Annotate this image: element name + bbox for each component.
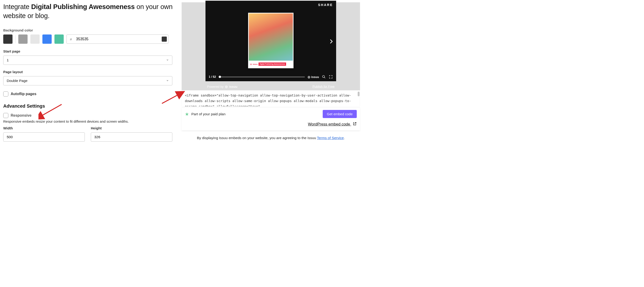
layout-label: Page layout: [3, 70, 177, 74]
cover-brand-icon: ◎: [250, 63, 252, 65]
zoom-icon[interactable]: [322, 75, 326, 79]
height-input-wrap[interactable]: [91, 132, 172, 142]
swatch-green[interactable]: [54, 34, 64, 44]
publish-free-link[interactable]: Publish for Free: [312, 85, 334, 88]
responsive-hint: Responsive embeds resize your content to…: [3, 119, 177, 123]
responsive-row: Responsive: [3, 113, 177, 118]
page-root: Integrate Digital Publishing Awesomeness…: [0, 0, 362, 149]
height-col: Height: [91, 126, 172, 142]
layout-select[interactable]: Double Page: [3, 76, 172, 85]
autoflip-label: Autoflip pages: [11, 92, 36, 96]
plan-badge: ★ Part of your paid plan: [185, 111, 226, 117]
brand-ring-icon: ◎: [308, 75, 310, 79]
embed-code-panel: ★ Part of your paid plan Get embed code …: [182, 90, 360, 130]
advanced-heading: Advanced Settings: [3, 103, 177, 109]
autoflip-checkbox[interactable]: [3, 91, 8, 96]
scrollbar-thumb[interactable]: [358, 92, 360, 96]
player-controls: 1 / 52 ◎ issuu: [206, 75, 336, 79]
plan-row: ★ Part of your paid plan Get embed code: [185, 110, 357, 118]
hex-preview-swatch: [162, 36, 167, 42]
autoflip-row: Autoflip pages: [3, 91, 177, 96]
plan-text: Part of your paid plan: [191, 112, 226, 116]
swatch-gray[interactable]: [18, 34, 28, 44]
wp-row: WordPress embed code: [185, 122, 357, 127]
tos-suffix: .: [344, 136, 345, 140]
swatch-divider: [15, 35, 16, 43]
external-link-icon: [352, 122, 357, 127]
next-page-arrow-icon[interactable]: [328, 38, 334, 44]
swatch-row: #: [3, 34, 177, 44]
width-input-wrap[interactable]: [3, 132, 85, 142]
embed-code-textarea[interactable]: [182, 90, 360, 106]
code-footer: ★ Part of your paid plan Get embed code …: [182, 107, 360, 130]
start-page-label: Start page: [3, 49, 177, 53]
cover-brand-bar: ◎ issuu Digital Publishing Awesomeness: [249, 61, 293, 68]
height-input[interactable]: [94, 135, 169, 139]
get-embed-button[interactable]: Get embed code: [323, 110, 357, 118]
svg-point-1: [322, 75, 324, 77]
page-title: Integrate Digital Publishing Awesomeness…: [3, 2, 177, 20]
preview-area: SHARE ◎ issuu Digital Publishing Awesome…: [182, 2, 360, 90]
progress-slider[interactable]: [219, 76, 305, 77]
powered-text: Powered by: [207, 85, 224, 88]
height-label: Height: [91, 126, 172, 130]
progress-thumb[interactable]: [219, 76, 221, 78]
page-counter: 1 / 52: [209, 75, 216, 78]
embed-player: SHARE ◎ issuu Digital Publishing Awesome…: [206, 1, 336, 81]
hex-input[interactable]: [76, 37, 162, 41]
chevron-down-icon: [166, 79, 169, 83]
cover-brand-text: issuu: [253, 63, 258, 65]
chevron-down-icon: [166, 58, 169, 62]
brand-ring-icon: ◎: [225, 85, 228, 88]
fullscreen-icon[interactable]: [329, 75, 333, 79]
publication-cover[interactable]: ◎ issuu Digital Publishing Awesomeness: [248, 13, 294, 68]
hex-input-wrap[interactable]: #: [66, 34, 168, 44]
tos-line: By displaying Issuu embeds on your websi…: [182, 136, 360, 140]
swatch-blue[interactable]: [42, 34, 52, 44]
layout-value: Double Page: [7, 79, 28, 83]
share-button[interactable]: SHARE: [318, 3, 333, 7]
powered-bar: Powered by ◎ issuu Publish for Free: [182, 85, 360, 88]
wp-link-text: WordPress embed code: [308, 122, 350, 126]
hash-symbol: #: [70, 37, 72, 41]
responsive-label: Responsive: [11, 113, 32, 118]
headline-prefix: Integrate: [3, 3, 31, 10]
preview-panel: SHARE ◎ issuu Digital Publishing Awesome…: [182, 2, 360, 140]
brand-text: issuu: [311, 75, 319, 79]
tos-text: By displaying Issuu embeds on your websi…: [197, 136, 317, 140]
start-page-value: 1: [7, 58, 9, 62]
width-col: Width: [3, 126, 85, 142]
player-brand[interactable]: ◎ issuu: [308, 75, 319, 79]
width-label: Width: [3, 126, 85, 130]
star-icon: ★: [185, 111, 189, 117]
powered-brand: issuu: [229, 85, 237, 88]
powered-by: Powered by ◎ issuu: [207, 85, 238, 88]
responsive-checkbox[interactable]: [3, 113, 8, 118]
settings-panel: Integrate Digital Publishing Awesomeness…: [3, 2, 177, 142]
headline-title: Digital Publishing Awesomeness: [31, 3, 135, 10]
bg-color-label: Background color: [3, 28, 177, 32]
svg-line-2: [324, 77, 325, 78]
wh-row: Width Height: [3, 126, 177, 142]
swatch-light[interactable]: [30, 34, 40, 44]
swatch-dark[interactable]: [3, 34, 12, 44]
start-page-select[interactable]: 1: [3, 55, 172, 65]
width-input[interactable]: [7, 135, 81, 139]
cover-tag: Digital Publishing Awesomeness: [258, 62, 286, 66]
tos-link[interactable]: Terms of Service: [317, 136, 344, 140]
wordpress-embed-link[interactable]: WordPress embed code: [308, 122, 357, 126]
